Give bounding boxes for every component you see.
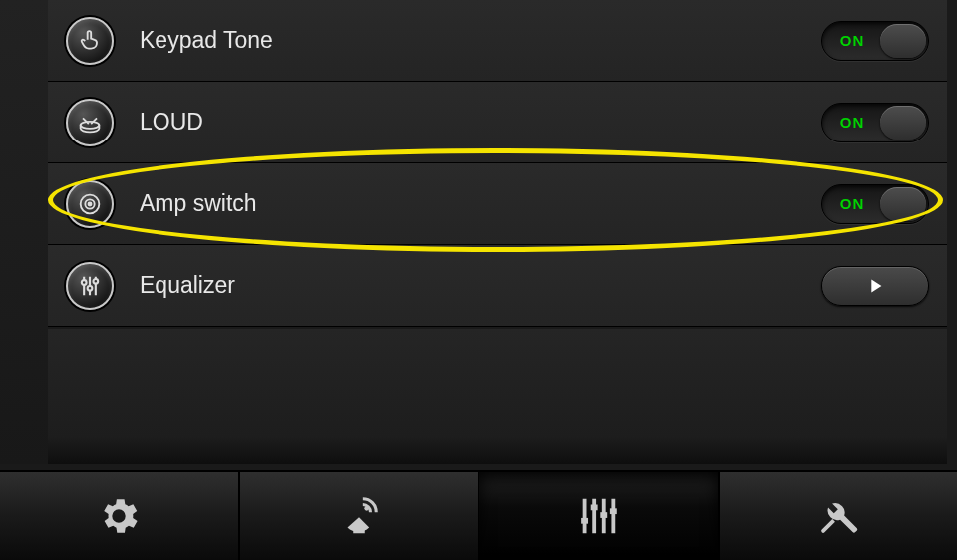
toggle-on-text: ON [824,195,880,212]
touch-icon [66,17,114,65]
toggle-on-text: ON [824,32,880,49]
toggle-loud[interactable]: ON [821,103,929,142]
row-loud[interactable]: LOUD ON [48,82,947,163]
speaker-icon [66,180,114,228]
equalizer-icon [575,493,621,539]
settings-screen: M:1245MB CPU:18% T: 34° 416MHz Keypad To… [0,0,957,560]
toggle-knob [880,106,926,140]
left-margin [0,0,48,464]
tab-navigation[interactable] [240,470,480,560]
tab-audio[interactable] [479,470,720,560]
toggle-knob [880,24,926,58]
toggle-knob [880,187,926,221]
toggle-amp-switch[interactable]: ON [821,184,929,224]
svg-point-6 [94,279,99,284]
row-amp-switch[interactable]: Amp switch ON [48,163,947,245]
row-keypad-tone[interactable]: Keypad Tone ON [48,0,947,82]
label-equalizer: Equalizer [140,272,821,299]
toggle-on-text: ON [824,114,880,131]
label-loud: LOUD [140,109,821,136]
gear-icon [96,493,142,539]
tools-icon [815,493,861,539]
sliders-icon [66,262,114,310]
tab-tools[interactable] [720,470,958,560]
svg-rect-11 [601,512,608,518]
label-keypad-tone: Keypad Tone [140,27,821,54]
tab-general[interactable] [0,470,240,560]
toggle-keypad-tone[interactable]: ON [821,21,929,61]
svg-point-4 [82,280,87,285]
svg-rect-8 [353,529,365,533]
label-amp-switch: Amp switch [140,190,821,217]
satellite-dish-icon [336,493,382,539]
svg-rect-10 [591,505,598,511]
svg-rect-9 [581,518,588,524]
drum-icon [66,99,114,146]
svg-point-3 [88,202,91,205]
bottom-nav [0,470,957,560]
svg-point-0 [81,121,100,128]
svg-rect-12 [610,508,617,514]
row-equalizer[interactable]: Equalizer [48,245,947,327]
list-empty-area [48,329,947,464]
equalizer-enter-button[interactable] [821,266,929,306]
svg-point-5 [88,286,93,291]
play-icon [864,275,886,297]
